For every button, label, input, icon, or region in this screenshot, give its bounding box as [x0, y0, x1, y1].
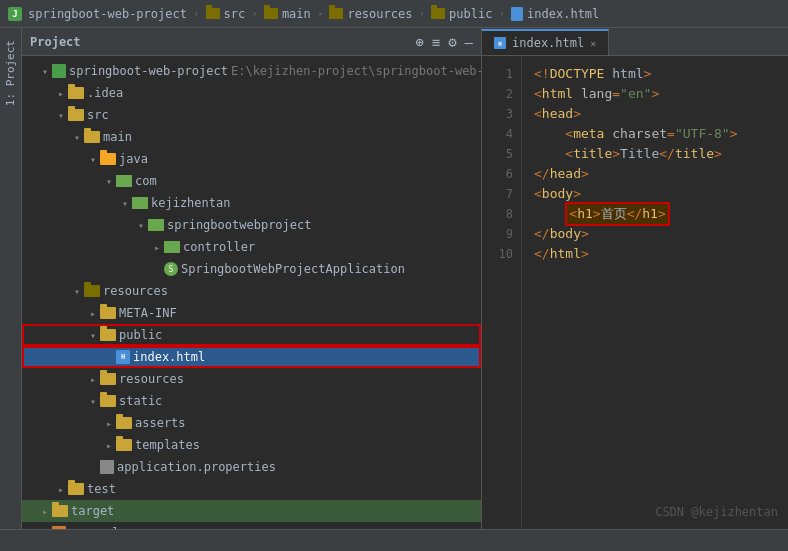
breadcrumb-src[interactable]: src — [206, 7, 246, 21]
line-num-9: 9 — [482, 224, 513, 244]
panel-header-icons: ⊕ ≡ ⚙ — — [415, 34, 473, 50]
tree-item-idea[interactable]: .idea — [22, 82, 481, 104]
tree-label-kejizhentan: kejizhentan — [151, 196, 230, 210]
arrow-controller[interactable] — [150, 242, 164, 253]
code-area[interactable]: <!DOCTYPE html> <html lang="en"> <head> … — [522, 56, 788, 551]
tree-label-com: com — [135, 174, 157, 188]
breadcrumb-resources[interactable]: resources — [329, 7, 412, 21]
arrow-springbootwebproject[interactable] — [134, 220, 148, 231]
code-token: = — [612, 84, 620, 104]
tree-item-com[interactable]: com — [22, 170, 481, 192]
arrow-root[interactable] — [38, 66, 52, 77]
arrow-meta-inf[interactable] — [86, 308, 100, 319]
panel-icon-filter[interactable]: ≡ — [432, 34, 440, 50]
code-indent — [534, 204, 565, 224]
tree-item-springbootwebproject[interactable]: springbootwebproject — [22, 214, 481, 236]
arrow-public[interactable] — [86, 330, 100, 341]
folder-icon-idea — [68, 87, 84, 99]
tree-item-target[interactable]: target — [22, 500, 481, 522]
panel-icon-gear[interactable]: ⚙ — [448, 34, 456, 50]
arrow-main[interactable] — [70, 132, 84, 143]
main-folder-icon — [264, 8, 278, 19]
tree-item-meta-inf[interactable]: META-INF — [22, 302, 481, 324]
tree-item-resources2[interactable]: resources — [22, 368, 481, 390]
arrow-idea[interactable] — [54, 88, 68, 99]
arrow-resources[interactable] — [70, 286, 84, 297]
tree-item-main[interactable]: main — [22, 126, 481, 148]
arrow-com[interactable] — [102, 176, 116, 187]
tree-item-kejizhentan[interactable]: kejizhentan — [22, 192, 481, 214]
arrow-test[interactable] — [54, 484, 68, 495]
tree-path-root: E:\kejizhen-project\springboot-web-proje… — [231, 64, 481, 78]
tree-item-root[interactable]: springboot-web-project E:\kejizhen-proje… — [22, 60, 481, 82]
tree-item-public[interactable]: public — [22, 324, 481, 346]
tree-label-meta-inf: META-INF — [119, 306, 177, 320]
code-token: < — [534, 84, 542, 104]
breadcrumb-public[interactable]: public — [431, 7, 492, 21]
code-token: = — [667, 124, 675, 144]
tree-item-static[interactable]: static — [22, 390, 481, 412]
code-token: html — [542, 84, 573, 104]
index-html-icon — [511, 7, 523, 21]
code-token: h1 — [642, 206, 658, 221]
tab-html-icon: H — [494, 37, 506, 49]
panel-icon-minimize[interactable]: — — [465, 34, 473, 50]
tree-item-app-props[interactable]: application.properties — [22, 456, 481, 478]
code-token: DOCTYPE — [550, 64, 605, 84]
folder-icon-main — [84, 131, 100, 143]
tree-item-test[interactable]: test — [22, 478, 481, 500]
arrow-asserts[interactable] — [102, 418, 116, 429]
tab-close-button[interactable]: ✕ — [590, 38, 596, 49]
tree-label-templates: templates — [135, 438, 200, 452]
arrow-templates[interactable] — [102, 440, 116, 451]
arrow-target[interactable] — [38, 506, 52, 517]
code-line-8: <h1>首页</h1> — [534, 204, 776, 224]
code-token: </ — [534, 244, 550, 264]
arrow-static[interactable] — [86, 396, 100, 407]
code-token: </ — [534, 224, 550, 244]
breadcrumb-src-label: src — [224, 7, 246, 21]
panel-icon-settings[interactable]: ⊕ — [415, 34, 423, 50]
tree-item-controller[interactable]: controller — [22, 236, 481, 258]
tree-label-static: static — [119, 394, 162, 408]
code-token: </ — [659, 144, 675, 164]
folder-icon-resources2 — [100, 373, 116, 385]
line-num-10: 10 — [482, 244, 513, 264]
folder-icon-meta-inf — [100, 307, 116, 319]
arrow-src[interactable] — [54, 110, 68, 121]
line-num-4: 4 — [482, 124, 513, 144]
arrow-resources2[interactable] — [86, 374, 100, 385]
side-tab: 1: Project — [0, 28, 22, 551]
arrow-kejizhentan[interactable] — [118, 198, 132, 209]
code-token — [604, 124, 612, 144]
code-token: > — [612, 144, 620, 164]
side-tab-project-label[interactable]: 1: Project — [2, 36, 19, 110]
project-tree: springboot-web-project E:\kejizhen-proje… — [22, 56, 481, 551]
code-token — [573, 84, 581, 104]
tree-item-java[interactable]: java — [22, 148, 481, 170]
breadcrumb-public-label: public — [449, 7, 492, 21]
breadcrumb-sep-5: › — [498, 7, 505, 20]
code-line-6: </head> — [534, 164, 776, 184]
folder-icon-static — [100, 395, 116, 407]
folder-icon-asserts — [116, 417, 132, 429]
tree-item-resources[interactable]: resources — [22, 280, 481, 302]
package-icon-controller — [164, 241, 180, 253]
editor-tab-index-html[interactable]: H index.html ✕ — [482, 29, 609, 55]
code-token: > — [573, 104, 581, 124]
tree-item-asserts[interactable]: asserts — [22, 412, 481, 434]
tree-item-templates[interactable]: templates — [22, 434, 481, 456]
code-token: < — [534, 104, 542, 124]
editor-panel: H index.html ✕ 1 2 3 4 5 6 7 8 9 10 < — [482, 28, 788, 551]
breadcrumb-main[interactable]: main — [264, 7, 311, 21]
tree-label-root: springboot-web-project — [69, 64, 228, 78]
tree-label-asserts: asserts — [135, 416, 186, 430]
breadcrumb-sep-1: › — [193, 7, 200, 20]
breadcrumb-index[interactable]: index.html — [511, 7, 599, 21]
tree-item-index-html[interactable]: H index.html — [22, 346, 481, 368]
code-token: head — [550, 164, 581, 184]
code-line-3: <head> — [534, 104, 776, 124]
tree-item-src[interactable]: src — [22, 104, 481, 126]
tree-item-springapp[interactable]: S SpringbootWebProjectApplication — [22, 258, 481, 280]
arrow-java[interactable] — [86, 154, 100, 165]
